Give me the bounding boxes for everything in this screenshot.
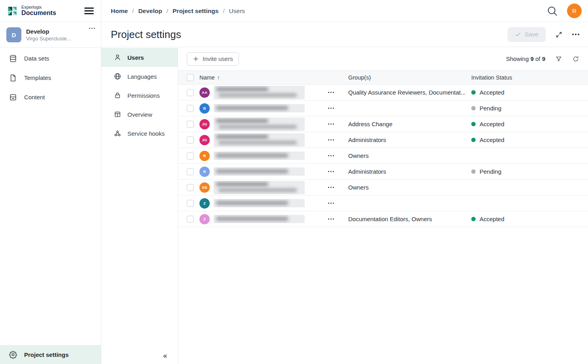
- sidebar-item-data-sets[interactable]: Data sets: [0, 49, 101, 68]
- settings-nav-item-service-hooks[interactable]: Service hooks: [101, 124, 178, 143]
- status-label: Accepted: [480, 121, 505, 127]
- row-actions-button[interactable]: [328, 171, 334, 172]
- project-avatar: D: [6, 27, 21, 42]
- sidebar-item-label: Content: [24, 94, 45, 100]
- sidebar-item-project-settings[interactable]: Project settings: [0, 345, 101, 364]
- redacted-name: [214, 104, 305, 112]
- search-button[interactable]: [546, 5, 558, 17]
- redacted-name: [214, 86, 305, 99]
- logo-row: Experlogix Documents: [0, 0, 101, 22]
- user-avatar-initials: Z: [199, 214, 210, 224]
- breadcrumb-item-project-settings[interactable]: Project settings: [173, 8, 218, 15]
- breadcrumb-separator: /: [132, 8, 134, 15]
- table-row: Z Documentation Editors, Owners Accepted: [178, 211, 588, 227]
- settings-nav-label: Service hooks: [127, 130, 165, 137]
- page-title: Project settings: [111, 28, 181, 41]
- sidebar-nav: Data sets Templates Content: [0, 48, 101, 107]
- status-cell: Pending: [471, 168, 588, 175]
- refresh-button[interactable]: [572, 55, 579, 63]
- more-options-button[interactable]: [572, 34, 579, 35]
- row-actions-button[interactable]: [328, 218, 334, 220]
- breadcrumb-item-home[interactable]: Home: [111, 8, 128, 15]
- top-bar: Home/Develop/Project settings/Users R: [101, 0, 588, 22]
- sidebar-item-label: Project settings: [24, 351, 69, 358]
- column-header-status[interactable]: Invitation Status: [471, 74, 588, 81]
- sidebar-item-content[interactable]: Content: [0, 87, 101, 107]
- redacted-name: [214, 118, 305, 131]
- project-card[interactable]: D Develop Virgo Supercluste...: [0, 22, 101, 48]
- settings-nav-item-languages[interactable]: Languages: [101, 67, 178, 86]
- row-checkbox[interactable]: [187, 89, 194, 96]
- user-avatar-initials: R: [199, 151, 210, 161]
- filter-button[interactable]: [555, 55, 562, 63]
- document-icon: [9, 74, 17, 82]
- row-checkbox[interactable]: [187, 105, 194, 112]
- status-cell: Accepted: [471, 136, 588, 143]
- redacted-name: [214, 133, 305, 147]
- row-checkbox[interactable]: [187, 152, 194, 159]
- settings-nav-label: Users: [127, 54, 144, 61]
- status-dot: [471, 122, 476, 126]
- row-actions-button[interactable]: [328, 155, 334, 156]
- redacted-name: [214, 215, 305, 223]
- row-checkbox[interactable]: [187, 184, 194, 191]
- save-button[interactable]: Save: [508, 27, 546, 42]
- hamburger-icon: [84, 8, 94, 9]
- groups-cell: Owners: [348, 184, 471, 191]
- row-actions-button[interactable]: [328, 108, 334, 109]
- showing-count: Showing 9 of 9: [506, 55, 545, 62]
- row-actions-button[interactable]: [328, 203, 334, 204]
- title-bar: Project settings Save: [101, 22, 588, 47]
- column-header-groups[interactable]: Group(s): [348, 74, 471, 81]
- project-name: Develop: [26, 28, 71, 35]
- user-avatar[interactable]: R: [567, 4, 582, 18]
- refresh-icon: [572, 55, 579, 63]
- settings-nav-item-permissions[interactable]: Permissions: [101, 86, 178, 105]
- invite-users-button[interactable]: Invite users: [187, 52, 239, 66]
- status-cell: Pending: [471, 105, 588, 112]
- table-row: B Pending: [178, 100, 588, 116]
- row-checkbox[interactable]: [187, 216, 194, 223]
- lock-icon: [114, 91, 121, 99]
- groups-cell: Owners: [348, 152, 471, 159]
- experlogix-logo[interactable]: Experlogix Documents: [7, 5, 56, 16]
- select-all-checkbox[interactable]: [187, 74, 194, 81]
- filter-icon: [555, 55, 562, 63]
- archive-icon: [9, 93, 17, 102]
- row-checkbox[interactable]: [187, 168, 194, 175]
- collapse-sidebar-button[interactable]: «: [163, 351, 167, 360]
- breadcrumb-item-develop[interactable]: Develop: [138, 8, 162, 15]
- globe-icon: [114, 72, 121, 80]
- table-row: AA Quality Assurance Reviewers, Document…: [178, 85, 588, 100]
- project-menu-button[interactable]: [89, 28, 95, 29]
- redacted-name: [214, 152, 305, 160]
- table-icon: [114, 110, 121, 118]
- column-header-name[interactable]: Name ↑: [194, 74, 348, 81]
- expand-button[interactable]: [555, 31, 563, 38]
- experlogix-logo-icon: [7, 6, 17, 16]
- row-actions-button[interactable]: [328, 187, 334, 188]
- user-avatar-initials: JG: [199, 119, 210, 129]
- row-actions-button[interactable]: [328, 139, 334, 140]
- app-root: Experlogix Documents D Develop Virgo Sup…: [0, 0, 588, 364]
- redacted-name: [214, 199, 305, 207]
- status-cell: Accepted: [471, 89, 588, 96]
- row-actions-button[interactable]: [328, 123, 334, 125]
- settings-nav-item-overview[interactable]: Overview: [101, 105, 178, 124]
- groups-cell: Documentation Editors, Owners: [348, 216, 471, 222]
- main-area: Home/Develop/Project settings/Users R Pr…: [101, 0, 588, 364]
- status-label: Accepted: [480, 136, 505, 143]
- expand-icon: [555, 31, 563, 38]
- sidebar-item-templates[interactable]: Templates: [0, 68, 101, 87]
- row-checkbox[interactable]: [187, 200, 194, 207]
- settings-nav-item-users[interactable]: Users: [101, 48, 178, 67]
- plus-icon: [193, 56, 199, 62]
- row-checkbox[interactable]: [187, 136, 194, 144]
- status-dot: [471, 138, 476, 142]
- row-checkbox[interactable]: [187, 121, 194, 128]
- user-avatar-initials: AA: [199, 87, 210, 98]
- menu-toggle-button[interactable]: [84, 7, 94, 15]
- breadcrumb-separator: /: [167, 8, 168, 15]
- groups-cell: Administrators: [348, 136, 471, 143]
- row-actions-button[interactable]: [328, 92, 334, 93]
